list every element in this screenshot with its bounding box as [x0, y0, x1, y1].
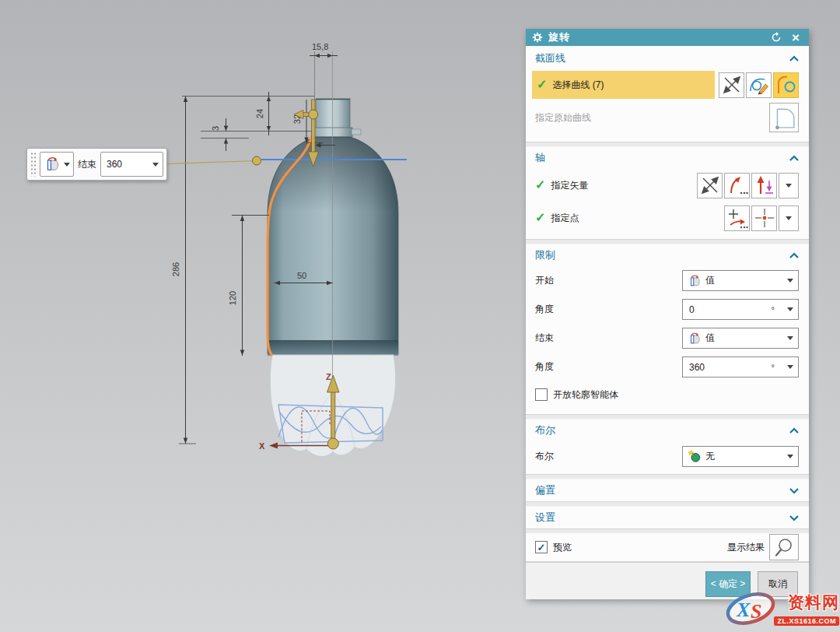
- boolean-label: 布尔: [535, 450, 554, 463]
- inferred-vector-button[interactable]: [751, 173, 777, 198]
- offset-header[interactable]: 偏置: [526, 479, 809, 501]
- end-angle-label: 结束: [78, 158, 96, 171]
- angle-label: 角度: [535, 360, 554, 374]
- angle-label: 角度: [535, 303, 554, 316]
- select-curve-row[interactable]: ✓ 选择曲线 (7): [532, 71, 715, 99]
- magnifier-icon: [773, 536, 795, 558]
- preview-checkbox[interactable]: ✓: [535, 541, 548, 553]
- check-icon: ✓: [537, 79, 547, 91]
- sketch-section-button[interactable]: [746, 72, 772, 98]
- dim-body-height: 120: [228, 291, 237, 305]
- start-type-combo[interactable]: 值: [682, 270, 799, 291]
- quarter-profile-icon: [772, 106, 796, 129]
- start-type-value: 值: [705, 274, 715, 287]
- chevron-down-icon[interactable]: [787, 365, 793, 369]
- vector-options-dropdown[interactable]: [779, 173, 799, 198]
- settings-group: 设置: [526, 506, 809, 529]
- drag-grip[interactable]: [30, 152, 37, 177]
- chevron-up-icon: [789, 55, 800, 62]
- chevron-down-icon: [789, 514, 800, 521]
- onscreen-angle-input: 结束: [26, 148, 167, 181]
- cross-arrows-icon: [699, 174, 721, 196]
- dim-radius: 50: [297, 271, 306, 280]
- open-profile-checkbox[interactable]: [535, 388, 548, 401]
- boolean-group: 布尔 布尔 无: [526, 419, 809, 475]
- end-angle-input[interactable]: [105, 158, 139, 170]
- preview-row: ✓ 预览 显示结果: [526, 533, 809, 562]
- chevron-up-icon: [789, 155, 800, 162]
- chevron-down-icon: [152, 163, 159, 167]
- model-canvas[interactable]: 15,8 24 3 32: [0, 0, 526, 632]
- boolean-header[interactable]: 布尔: [526, 420, 809, 441]
- watermark-logo: X S: [723, 587, 781, 629]
- point-dialog-button[interactable]: [724, 205, 750, 231]
- input-leader-line: [166, 161, 257, 164]
- watermark-site-name: 资料网: [788, 592, 839, 613]
- end-label: 结束: [535, 332, 554, 345]
- section-title: 布尔: [535, 423, 555, 437]
- revolve-value-icon: [688, 332, 702, 346]
- vector-deselect-button[interactable]: [697, 173, 723, 198]
- dim-lip: 3: [211, 126, 220, 131]
- show-result-button[interactable]: [769, 534, 799, 560]
- chevron-down-icon: [64, 163, 70, 167]
- inferred-point-button[interactable]: [751, 205, 777, 231]
- section-title: 限制: [535, 248, 555, 262]
- section-line-group: 截面线 ✓ 选择曲线 (7): [526, 46, 809, 142]
- start-angle-input[interactable]: [688, 304, 772, 316]
- chevron-down-icon[interactable]: [787, 307, 793, 311]
- chevron-down-icon: [786, 184, 792, 188]
- close-button[interactable]: ×: [789, 30, 803, 44]
- settings-header[interactable]: 设置: [526, 507, 809, 528]
- axis-header[interactable]: 轴: [526, 147, 809, 169]
- boolean-combo[interactable]: 无: [682, 446, 799, 467]
- section-line-header[interactable]: 截面线: [526, 47, 809, 70]
- reset-icon: [771, 32, 782, 43]
- start-label: 开始: [535, 274, 554, 287]
- section-title: 设置: [535, 511, 555, 525]
- cross-arrows-icon: [721, 74, 743, 96]
- check-icon: ✓: [535, 179, 545, 191]
- logo-letter-x: X: [736, 599, 751, 621]
- degree-symbol: °: [772, 305, 775, 314]
- open-profile-label: 开放轮廓智能体: [553, 388, 618, 402]
- limits-header[interactable]: 限制: [526, 244, 809, 266]
- gear-icon: [532, 32, 543, 43]
- origin-handle[interactable]: [327, 438, 338, 449]
- dim-neck-height: 24: [255, 109, 264, 118]
- sketch-curve-pencil-icon: [748, 74, 770, 96]
- specify-vector-label: 指定矢量: [551, 179, 588, 192]
- inferred-vector-icon: [754, 174, 775, 196]
- curve-icon: [775, 74, 797, 96]
- z-axis-arrow[interactable]: [331, 389, 335, 444]
- dialog-title: 旋转: [548, 30, 570, 44]
- end-option-dropdown[interactable]: [40, 152, 74, 177]
- logo-letter-s: S: [751, 600, 761, 623]
- end-type-combo[interactable]: 值: [682, 328, 799, 349]
- preview-label: 预览: [553, 541, 572, 554]
- revolve-value-icon: [44, 156, 61, 173]
- point-constructor-icon: [726, 207, 748, 229]
- neck-flange: [313, 128, 352, 137]
- point-options-dropdown[interactable]: [779, 205, 799, 231]
- check-icon: ✓: [535, 212, 545, 224]
- curve-mode-button[interactable]: [773, 72, 799, 98]
- origin-curve-label: 指定原始曲线: [535, 111, 591, 125]
- chevron-down-icon: [787, 279, 793, 283]
- flange-tab: [352, 129, 361, 135]
- degree-symbol: °: [772, 363, 775, 372]
- boolean-none-icon: [688, 449, 702, 463]
- section-title: 轴: [535, 151, 545, 165]
- reset-button[interactable]: [769, 30, 783, 44]
- vector-dialog-button[interactable]: [724, 173, 750, 198]
- end-angle-field: [100, 152, 163, 177]
- origin-curve-button[interactable]: [769, 103, 799, 132]
- chevron-down-icon: [786, 216, 792, 220]
- deselect-swap-button[interactable]: [719, 72, 744, 98]
- chevron-down-icon: [787, 455, 793, 458]
- dialog-titlebar[interactable]: 旋转 ×: [526, 29, 809, 46]
- axis-group: 轴 ✓ 指定矢量: [526, 146, 809, 240]
- angle-drag-handle[interactable]: [253, 156, 261, 165]
- end-angle-input[interactable]: [688, 361, 772, 374]
- watermark: X S 资料网 ZL.XS1616.COM: [723, 585, 840, 630]
